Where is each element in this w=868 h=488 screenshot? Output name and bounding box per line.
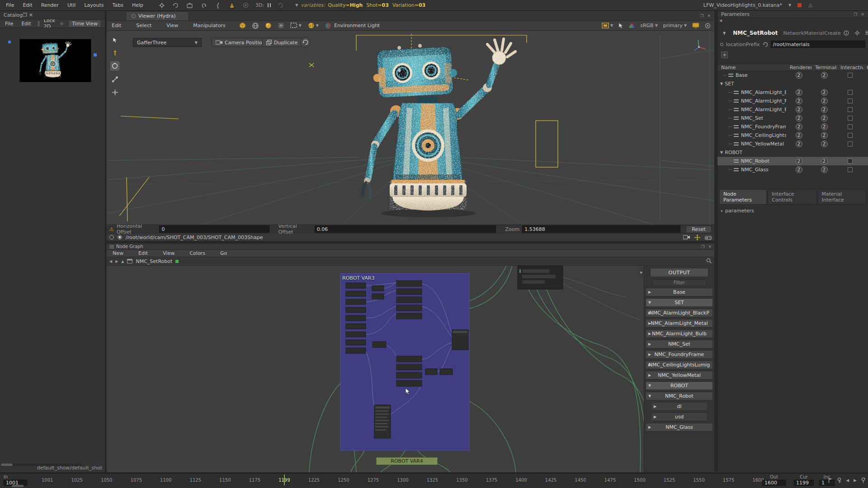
output-item-base[interactable]: ▶Base	[646, 288, 713, 296]
rgb-channels-icon[interactable]	[629, 23, 635, 28]
breadcrumb[interactable]: NMC_SetRobot	[136, 258, 172, 264]
environment-light-indicator[interactable]: Environment Light	[325, 23, 380, 29]
close-icon[interactable]: ✕	[29, 12, 33, 18]
zoom-input[interactable]	[522, 225, 680, 233]
chevron-down-icon[interactable]: ▼	[648, 384, 651, 388]
catalog-slider[interactable]	[60, 22, 64, 26]
timeline-scrubber[interactable]: 1001102510501075110011251150117511991225…	[42, 478, 764, 483]
channel-dropdown[interactable]: primary▼	[663, 23, 687, 28]
camera-position-button[interactable]: Camera Position	[212, 38, 269, 47]
chevron-right-icon[interactable]: ▶	[648, 352, 651, 357]
undo-icon[interactable]	[201, 2, 207, 9]
viewer-menu-view[interactable]: View	[165, 22, 179, 29]
reset-button[interactable]: Reset	[686, 225, 712, 233]
material-row-robot[interactable]: ▼ROBOT	[717, 148, 868, 157]
output-item-nmc-alarmlight-blackp[interactable]: ▶NMC_AlarmLight_BlackP	[646, 309, 713, 317]
nav-up-icon[interactable]: ▲	[121, 259, 124, 263]
chevron-down-icon[interactable]: ▼	[648, 300, 651, 305]
playhead-marker[interactable]	[284, 474, 285, 485]
output-item-nmc-alarmlight-metal[interactable]: ▶NMC_AlarmLight_Metal	[646, 319, 713, 328]
output-item-nmc-robot[interactable]: ▼NMC_Robot	[646, 392, 713, 400]
float-panel-icon[interactable]: ❐	[854, 12, 857, 17]
pointer-icon[interactable]	[618, 23, 623, 28]
lighting-sphere-icon[interactable]	[265, 22, 272, 29]
nav-forward-icon[interactable]: ▶	[115, 259, 118, 263]
output-item-set[interactable]: ▼SET	[646, 298, 713, 307]
chevron-right-icon[interactable]: ▶	[654, 404, 656, 408]
output-item-nmc-set[interactable]: ▶NMC_Set	[646, 340, 713, 348]
duplicate-button[interactable]: Duplicate	[262, 38, 302, 47]
material-row-nmc-alarmlight-bl[interactable]: NMC_AlarmLight_Bl...22	[717, 88, 868, 97]
close-icon[interactable]: ✕	[861, 12, 864, 17]
project-file-name[interactable]: LFW_VideoHighlights_0.katana*	[703, 2, 782, 8]
menubar-item-util[interactable]: Util	[66, 1, 77, 9]
viewer-menu-manipulators[interactable]: Manipulators	[192, 22, 226, 29]
vertical-offset-input[interactable]	[315, 225, 496, 233]
viewer-menu-select[interactable]: Select	[135, 22, 153, 29]
lights-icon[interactable]: +1▼	[308, 22, 319, 29]
add-material-button[interactable]: +	[721, 52, 728, 58]
render-thumbnail[interactable]	[19, 39, 91, 82]
translate-tool-icon[interactable]	[110, 48, 119, 57]
interactive-checkbox[interactable]	[848, 116, 853, 121]
menubar-item-edit[interactable]: Edit	[21, 1, 33, 9]
reset-value-icon[interactable]	[763, 42, 768, 47]
stop-render-icon[interactable]	[797, 3, 802, 7]
close-icon[interactable]: ✕	[707, 14, 711, 18]
output-item-nmc-ceilinglightslumig[interactable]: ▶NMC_CeilingLightsLumig	[646, 361, 713, 369]
warning-icon[interactable]: ⚠	[808, 2, 813, 9]
monitor-icon[interactable]	[692, 23, 699, 28]
shading-cube-icon[interactable]	[239, 22, 246, 29]
chevron-right-icon[interactable]: ▶	[648, 373, 651, 377]
gear-icon[interactable]	[854, 30, 860, 36]
chevron-down-icon[interactable]: ▼	[723, 31, 726, 35]
material-row-nmc-yellowmetal[interactable]: NMC_YellowMetal22	[717, 140, 868, 148]
interactive-checkbox[interactable]	[848, 99, 853, 103]
interactive-checkbox[interactable]	[848, 133, 853, 138]
camera-target-icon[interactable]	[118, 235, 122, 239]
output-item-nmc-glass[interactable]: ▶NMC_Glass	[646, 423, 713, 432]
output-item-nmc-foundryframe[interactable]: ▶NMC_FoundryFrame	[646, 350, 713, 359]
pause-icon[interactable]	[268, 3, 271, 7]
interactive-checkbox[interactable]	[848, 73, 853, 78]
float-panel-icon[interactable]: ❐	[701, 244, 704, 249]
viewer-menu-edit[interactable]: Edit	[110, 22, 123, 29]
material-row-nmc-set[interactable]: NMC_Set22	[717, 114, 868, 122]
camera-icon[interactable]	[683, 235, 690, 239]
rotate-view-button[interactable]	[300, 37, 311, 47]
menubar-item-tabs[interactable]: Tabs	[111, 1, 125, 9]
interactive-checkbox[interactable]	[848, 90, 853, 95]
select-tool-icon[interactable]	[110, 35, 119, 44]
panel-collapse-icon[interactable]: ▶	[639, 267, 644, 278]
timeline-scrollbar[interactable]	[12, 485, 24, 487]
output-item-nmc-alarmlight-bulb[interactable]: ▶NMC_AlarmLight_Bulb	[646, 329, 713, 338]
pivot-tool-icon[interactable]	[110, 88, 119, 97]
chevron-down-icon[interactable]: ▼	[720, 150, 723, 155]
viewport-3d[interactable]: GafferThree ▼ Camera Position Duplicate	[107, 31, 714, 225]
projector-icon[interactable]	[705, 235, 712, 240]
rotate-tool-icon[interactable]	[110, 61, 119, 70]
next-key-icon[interactable]: ▶	[854, 478, 857, 483]
time-view-button[interactable]: Time View	[68, 20, 101, 28]
sync-icon[interactable]	[173, 2, 179, 9]
output-item-robot[interactable]: ▼ROBOT	[646, 381, 713, 390]
scale-tool-icon[interactable]	[110, 75, 119, 84]
marquee-select-icon[interactable]: ▼	[290, 23, 302, 28]
node-graph-menu-colors[interactable]: Colors	[188, 249, 206, 257]
freeze-icon[interactable]	[278, 23, 284, 28]
pan-cross-icon[interactable]	[694, 235, 700, 240]
hook-icon[interactable]	[215, 2, 221, 9]
chevron-right-icon[interactable]: ▶	[648, 290, 651, 294]
menubar-item-file[interactable]: File	[5, 1, 15, 9]
material-row-nmc-alarmlight-b[interactable]: NMC_AlarmLight_B...22	[717, 105, 868, 114]
interactive-checkbox[interactable]	[848, 159, 853, 164]
node-graph-menu-go[interactable]: Go	[219, 249, 228, 257]
search-icon[interactable]	[706, 258, 712, 265]
interactive-checkbox[interactable]	[848, 107, 853, 112]
tab-interface-controls[interactable]: Interface Controls	[768, 189, 816, 204]
float-panel-icon[interactable]: ❐	[23, 12, 27, 18]
key-icon[interactable]	[837, 478, 841, 483]
refresh-icon[interactable]	[277, 2, 283, 9]
color-swatch-icon[interactable]: ▼	[602, 23, 613, 28]
nav-back-icon[interactable]: ◀	[109, 259, 112, 263]
